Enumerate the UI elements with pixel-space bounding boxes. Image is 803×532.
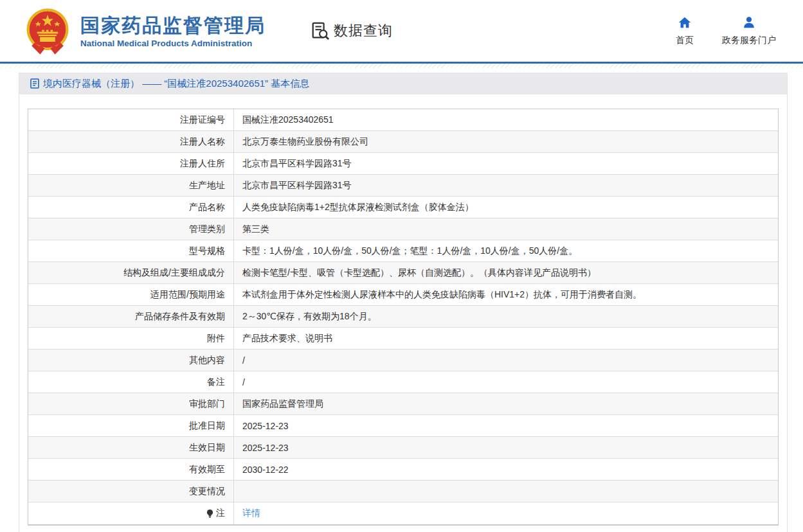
registration-info-table: 注册证编号国械注准20253402651 注册人名称北京万泰生物药业股份有限公司… [28,109,779,526]
data-query-section: 数据查询 [311,21,393,40]
table-row: 生效日期2025-12-23 [28,437,778,459]
org-name-en: National Medical Products Administration [80,39,266,48]
row-value: 2030-12-22 [234,459,778,480]
row-label: 其他内容 [28,350,234,371]
table-row: 注册证编号国械注准20253402651 [28,109,778,131]
row-label: 生产地址 [28,175,234,196]
document-search-icon [311,21,330,40]
row-label: 审批部门 [28,393,234,414]
note-detail-link[interactable]: 详情 [242,508,260,519]
row-label: 注册人住所 [28,153,234,174]
table-row: 型号规格卡型：1人份/盒，10人份/盒，50人份/盒；笔型：1人份/盒，10人份… [28,240,778,262]
row-label: 生效日期 [28,437,234,458]
row-label: 注册证编号 [28,109,234,130]
row-value: 产品技术要求、说明书 [234,328,778,349]
top-nav: 首页 政务服务门户 [653,15,781,46]
row-label: 备注 [28,371,234,393]
table-row: 注册人住所北京市昌平区科学园路31号 [28,153,778,175]
table-row: 审批部门国家药品监督管理局 [28,393,778,415]
row-label: 产品储存条件及有效期 [28,306,234,327]
table-row: 批准日期2025-12-23 [28,415,778,437]
row-label: 批准日期 [28,415,234,436]
nav-item-gov-portal[interactable]: 政务服务门户 [717,15,781,46]
row-label: 注 [28,502,234,524]
row-value: 2～30℃保存，有效期为18个月。 [234,306,778,327]
document-icon [30,78,39,89]
row-label: 管理类别 [28,218,234,240]
user-icon [742,15,756,30]
table-row: 注册人名称北京万泰生物药业股份有限公司 [28,131,778,153]
page-title: 境内医疗器械（注册） —— “国械注准20253402651” 基本信息 [43,78,309,90]
row-label: 注册人名称 [28,131,234,152]
hatch-texture-strip [0,64,803,68]
nav-item-home[interactable]: 首页 [653,15,717,46]
row-value: 北京万泰生物药业股份有限公司 [234,131,778,152]
bulb-icon [206,509,214,519]
site-header: 国家药品监督管理局 National Medical Products Admi… [0,0,803,62]
row-value: 国械注准20253402651 [234,109,778,130]
row-value: 2025-12-23 [234,437,778,458]
row-value: 人类免疫缺陷病毒1+2型抗体尿液检测试剂盒（胶体金法） [234,197,778,218]
table-row: 产品名称人类免疫缺陷病毒1+2型抗体尿液检测试剂盒（胶体金法） [28,197,778,218]
row-value: 卡型：1人份/盒，10人份/盒，50人份/盒；笔型：1人份/盒，10人份/盒，5… [234,240,778,262]
table-row: 产品储存条件及有效期2～30℃保存，有效期为18个月。 [28,306,778,328]
org-name-cn: 国家药品监督管理局 [80,14,266,37]
row-value: 第三类 [234,218,778,240]
table-row: 有效期至2030-12-22 [28,459,778,481]
row-value: / [234,350,778,371]
row-value: 北京市昌平区科学园路31号 [234,153,778,174]
table-row: 结构及组成/主要组成成分检测卡笔型/卡型、吸管（卡型选配）、尿杯（自测选配）。（… [28,262,778,284]
table-row: 附件产品技术要求、说明书 [28,328,778,350]
national-emblem-logo [24,7,71,55]
row-label: 型号规格 [28,240,234,262]
nav-item-label: 政务服务门户 [722,35,776,46]
row-value: 2025-12-23 [234,415,778,436]
table-row-note: 注 详情 [28,502,778,524]
row-value: 详情 [234,502,778,524]
row-value: 国家药品监督管理局 [234,393,778,414]
row-label: 产品名称 [28,197,234,218]
nav-item-label: 首页 [676,35,694,46]
table-row: 其他内容/ [28,350,778,371]
data-query-label: 数据查询 [334,21,393,40]
row-value: / [234,371,778,393]
org-title-block: 国家药品监督管理局 National Medical Products Admi… [80,14,266,48]
content-container: 境内医疗器械（注册） —— “国械注准20253402651” 基本信息 注册证… [19,73,788,532]
row-label: 适用范围/预期用途 [28,284,234,305]
row-value: 本试剂盒用于体外定性检测人尿液样本中的人类免疫缺陷病毒（HIV1+2）抗体，可用… [234,284,778,305]
table-row: 适用范围/预期用途本试剂盒用于体外定性检测人尿液样本中的人类免疫缺陷病毒（HIV… [28,284,778,306]
row-label: 变更情况 [28,481,234,502]
breadcrumb: 境内医疗器械（注册） —— “国械注准20253402651” 基本信息 [19,73,787,94]
table-row: 备注/ [28,371,778,393]
row-label: 有效期至 [28,459,234,480]
note-label: 注 [216,508,225,519]
row-label: 附件 [28,328,234,349]
row-value: 检测卡笔型/卡型、吸管（卡型选配）、尿杯（自测选配）。（具体内容详见产品说明书） [234,262,778,283]
row-value [234,481,778,502]
table-row: 管理类别第三类 [28,218,778,240]
home-icon [678,15,692,30]
row-value: 北京市昌平区科学园路31号 [234,175,778,196]
table-row: 变更情况 [28,481,778,502]
row-label: 结构及组成/主要组成成分 [28,262,234,283]
table-row: 生产地址北京市昌平区科学园路31号 [28,175,778,197]
